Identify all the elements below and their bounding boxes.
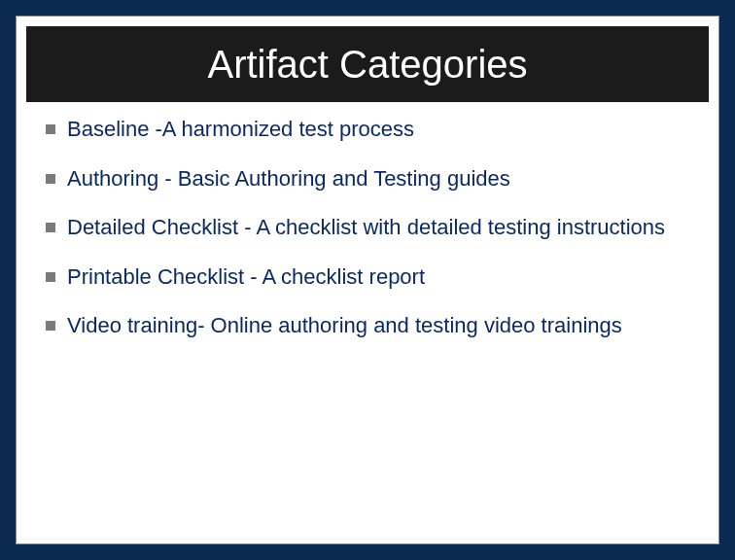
title-bar: Artifact Categories bbox=[26, 26, 709, 102]
square-bullet-icon bbox=[46, 272, 55, 282]
bullet-text: Authoring - Basic Authoring and Testing … bbox=[67, 165, 510, 193]
bullet-text: Detailed Checklist - A checklist with de… bbox=[67, 214, 665, 242]
square-bullet-icon bbox=[46, 124, 55, 134]
list-item: Printable Checklist - A checklist report bbox=[46, 263, 689, 292]
list-item: Authoring - Basic Authoring and Testing … bbox=[46, 165, 689, 193]
square-bullet-icon bbox=[46, 174, 55, 184]
list-item: Video training- Online authoring and tes… bbox=[46, 312, 689, 340]
bullet-text: Video training- Online authoring and tes… bbox=[67, 312, 622, 340]
list-item: Detailed Checklist - A checklist with de… bbox=[46, 214, 689, 242]
bullet-text: Baseline -A harmonized test process bbox=[67, 116, 414, 144]
bullet-text: Printable Checklist - A checklist report bbox=[67, 263, 425, 292]
list-item: Baseline -A harmonized test process bbox=[46, 116, 689, 144]
square-bullet-icon bbox=[46, 223, 55, 232]
slide: Artifact Categories Baseline -A harmoniz… bbox=[16, 16, 719, 544]
square-bullet-icon bbox=[46, 321, 55, 331]
slide-title: Artifact Categories bbox=[207, 43, 527, 87]
slide-content: Baseline -A harmonized test process Auth… bbox=[17, 102, 718, 340]
